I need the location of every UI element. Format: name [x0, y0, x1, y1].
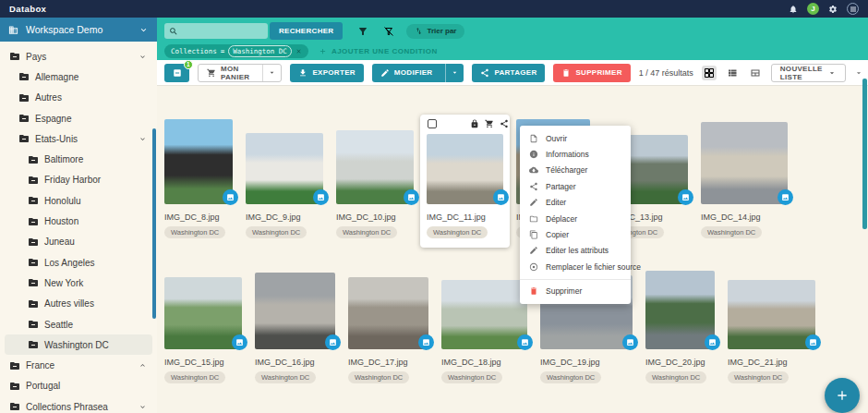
- context-menu-item-supprimer[interactable]: Supprimer: [520, 284, 631, 299]
- sidebar-item-portugal[interactable]: Portugal: [5, 376, 152, 396]
- sidebar-item-label: Autres: [35, 92, 62, 103]
- asset-filename: IMG_DC_14.jpg: [701, 213, 788, 222]
- search-button[interactable]: RECHERCHER: [270, 22, 343, 40]
- context-menu-item-partager[interactable]: Partager: [520, 178, 631, 194]
- file-icon: [529, 134, 538, 143]
- chip-close-icon[interactable]: [295, 48, 302, 55]
- results-count: 1 / 47 résultats: [639, 68, 693, 78]
- image-icon: [329, 338, 337, 346]
- sidebar-item-baltimore[interactable]: Baltimore: [5, 149, 152, 169]
- sidebar-item-houston[interactable]: Houston: [5, 211, 152, 231]
- context-menu-item-d-placer[interactable]: Déplacer: [520, 211, 631, 226]
- grid-view-icon[interactable]: [702, 66, 717, 80]
- edit-button[interactable]: MODIFIER: [372, 64, 441, 82]
- content-scrollbar[interactable]: [862, 79, 867, 229]
- thumb-area: [701, 116, 788, 204]
- filter-chip-collections[interactable]: Collections = Washington DC: [164, 44, 308, 58]
- sidebar-item-allemagne[interactable]: Allemagne: [5, 67, 152, 87]
- asset-thumbnail[interactable]: [427, 134, 503, 204]
- context-menu-item-label: Editer les attributs: [546, 246, 609, 255]
- asset-thumbnail[interactable]: [645, 271, 715, 349]
- edit-dropdown-arrow[interactable]: [445, 64, 464, 82]
- sidebar-item-autres[interactable]: Autres: [5, 88, 152, 108]
- chip-value: Washington DC: [228, 45, 292, 57]
- share-icon[interactable]: [500, 119, 509, 128]
- add-fab-button[interactable]: [825, 378, 860, 413]
- apps-grid-icon[interactable]: [847, 3, 859, 15]
- share-button[interactable]: PARTAGER: [472, 64, 545, 82]
- download-icon: [298, 68, 307, 78]
- selection-toggle-button[interactable]: 1: [164, 64, 189, 82]
- add-condition-button[interactable]: AJOUTER UNE CONDITION: [319, 47, 438, 55]
- chip-operator: =: [221, 47, 225, 55]
- asset-thumbnail[interactable]: [336, 130, 414, 204]
- sidebar-item-autres-villes[interactable]: Autres villes: [5, 294, 152, 314]
- asset-thumbnail[interactable]: [246, 133, 323, 204]
- workspace-header[interactable]: Workspace Demo: [0, 18, 157, 42]
- sidebar-item-espagne[interactable]: Espagne: [5, 108, 152, 128]
- chevron-down-icon[interactable]: [139, 403, 147, 411]
- asset-thumbnail[interactable]: [348, 277, 428, 349]
- sort-by-button[interactable]: Trier par: [406, 24, 464, 39]
- asset-thumbnail[interactable]: [441, 280, 527, 349]
- user-avatar[interactable]: J: [807, 3, 819, 15]
- sidebar-item-friday-harbor[interactable]: Friday Harbor: [5, 170, 152, 190]
- chevron-down-icon[interactable]: [139, 53, 147, 61]
- search-box[interactable]: [164, 23, 268, 39]
- copy-icon: [529, 230, 538, 239]
- basket-button[interactable]: MON PANIER: [199, 65, 258, 81]
- image-type-badge: [805, 334, 821, 350]
- asset-collection-tag: Washington DC: [246, 226, 307, 238]
- chevron-down-icon[interactable]: [139, 135, 147, 143]
- sidebar-item-seattle[interactable]: Seattle: [5, 314, 152, 334]
- asset-collection-tag: Washington DC: [427, 226, 488, 238]
- cart-icon[interactable]: [485, 119, 494, 128]
- search-input[interactable]: [182, 27, 263, 36]
- asset-thumbnail[interactable]: [255, 273, 335, 349]
- context-menu-item-remplacer-le-fichier-source[interactable]: Remplacer le fichier source: [520, 259, 631, 274]
- sidebar-item-los-angeles[interactable]: Los Angeles: [5, 252, 152, 273]
- export-button[interactable]: EXPORTER: [290, 64, 363, 82]
- settings-gear-icon[interactable]: [828, 5, 838, 14]
- context-menu-item-ouvrir[interactable]: Ouvrir: [520, 130, 631, 146]
- sidebar-item-etats-unis[interactable]: Etats-Unis: [5, 128, 152, 149]
- new-list-button[interactable]: NOUVELLE LISTE: [771, 64, 846, 82]
- sidebar-item-honolulu[interactable]: Honolulu: [5, 190, 152, 211]
- image-icon: [781, 193, 790, 201]
- filter-funnel-icon[interactable]: [357, 26, 368, 37]
- context-menu-item-editer[interactable]: Editer: [520, 195, 631, 211]
- asset-thumbnail[interactable]: [701, 122, 788, 204]
- context-menu-item-copier[interactable]: Copier: [520, 226, 631, 242]
- delete-button[interactable]: SUPPRIMER: [553, 64, 630, 82]
- sidebar-scrollbar[interactable]: [152, 128, 156, 319]
- asset-filename: IMG_DC_19.jpg: [540, 358, 633, 367]
- sidebar-item-juneau[interactable]: Juneau: [5, 232, 152, 252]
- toolbar-overflow-arrow[interactable]: [854, 68, 863, 78]
- asset-thumbnail[interactable]: [164, 119, 233, 204]
- sidebar-item-label: Espagne: [35, 114, 71, 124]
- context-menu-item-informations[interactable]: Informations: [520, 146, 631, 162]
- asset-collection-tag: Washington DC: [540, 371, 601, 383]
- sidebar-item-collections-phrasea[interactable]: Collections Phrasea: [5, 396, 152, 413]
- compact-view-icon[interactable]: [748, 66, 763, 80]
- lock-icon[interactable]: [470, 119, 479, 128]
- sidebar-item-new-york[interactable]: New York: [5, 273, 152, 293]
- list-view-icon[interactable]: [725, 66, 740, 80]
- filter-off-icon[interactable]: [383, 26, 394, 37]
- context-menu-item-label: Ouvrir: [546, 134, 567, 143]
- sidebar-item-pays[interactable]: Pays: [5, 46, 152, 67]
- asset-thumbnail[interactable]: [164, 277, 242, 349]
- notifications-bell-icon[interactable]: [789, 5, 798, 14]
- asset-filename: IMG_DC_10.jpg: [336, 213, 414, 222]
- sidebar-item-washington-dc[interactable]: Washington DC: [5, 334, 152, 355]
- basket-dropdown-arrow[interactable]: [262, 65, 281, 81]
- workspace-title: Workspace Demo: [26, 24, 102, 35]
- select-checkbox[interactable]: [428, 119, 437, 128]
- context-menu-item-editer-les-attributs[interactable]: Editer les attributs: [520, 243, 631, 259]
- asset-thumbnail[interactable]: [728, 280, 815, 349]
- image-icon: [521, 338, 529, 346]
- sidebar-item-france[interactable]: France: [5, 355, 152, 375]
- context-menu-item-t-l-charger[interactable]: Télécharger: [520, 163, 631, 178]
- chevron-down-icon[interactable]: [139, 25, 149, 35]
- chevron-up-icon[interactable]: [139, 361, 147, 370]
